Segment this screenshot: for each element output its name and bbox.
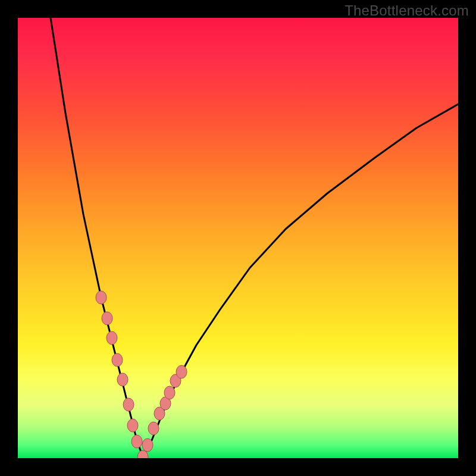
sample-bead [112,353,123,367]
sample-bead [142,439,153,452]
chart-frame: TheBottleneck.com [0,0,476,476]
bottleneck-curve [51,18,458,457]
curve-layer [18,18,458,458]
sample-bead [131,435,142,448]
sample-bead [123,398,134,411]
sample-bead [117,373,128,386]
sample-bead [176,365,187,378]
watermark-text: TheBottleneck.com [345,2,469,19]
sample-bead [96,291,107,304]
sample-bead [107,331,117,345]
plot-area [18,18,458,458]
sample-bead [127,419,138,432]
sample-bead [164,386,175,399]
sample-bead [102,312,112,325]
sample-bead [148,422,159,435]
